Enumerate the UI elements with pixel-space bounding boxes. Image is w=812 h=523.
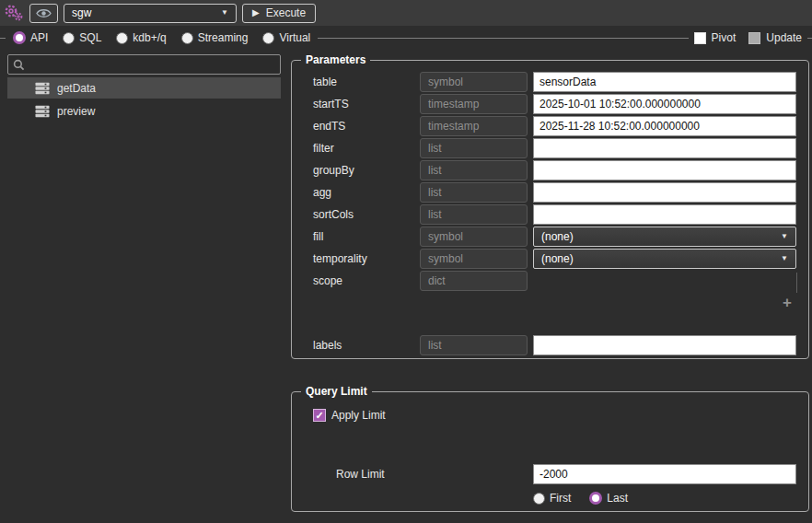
scope-grid-edge [796,273,797,293]
connection-select-value: sgw [72,6,221,19]
checkbox-icon [313,409,326,422]
param-select-temporality[interactable]: (none) ▼ [533,249,796,269]
param-select-fill[interactable]: (none) ▼ [533,227,796,247]
param-name: scope [313,274,420,287]
radio-icon [262,32,274,44]
query-mode-row: API SQL kdb+/q Streaming Virtual [0,26,812,50]
execute-button-label: Execute [266,6,306,19]
param-type-badge: dict [420,271,528,291]
connection-select[interactable]: sgw ▼ [64,4,237,23]
mode-checkbox-group: Pivot Update [689,26,807,50]
param-input-endts[interactable] [533,116,796,136]
apply-limit-label: Apply Limit [331,409,386,422]
param-row-agg: agg list [313,182,796,203]
param-row-filter: filter list [313,138,796,158]
mode-radio-virtual[interactable]: Virtual [262,31,310,44]
table-icon [35,105,50,118]
add-entry-button[interactable]: + [778,295,796,310]
param-type-badge: list [420,160,528,180]
param-name: fill [313,230,420,243]
update-checkbox-label: Update [766,31,802,44]
api-tree-item-preview[interactable]: preview [7,100,281,122]
preview-eye-button[interactable] [29,4,58,23]
param-name: table [313,76,420,88]
radio-icon [181,32,193,44]
search-input[interactable] [29,57,275,72]
param-select-value: (none) [541,230,781,243]
apply-limit-row: Apply Limit [313,409,808,422]
eye-icon [36,7,52,19]
parameters-groupbox: Parameters table symbol startTS timestam… [291,60,809,359]
toolbar: sgw ▼ ▶ Execute [0,0,812,26]
param-row-groupby: groupBy list [313,160,796,180]
mode-radio-kdbq[interactable]: kdb+/q [116,31,166,44]
pivot-checkbox[interactable]: Pivot [694,31,737,44]
param-input-agg[interactable] [533,182,796,203]
mode-radio-streaming-label: Streaming [198,31,249,44]
param-type-badge: symbol [420,249,528,269]
limit-order-first-radio[interactable]: First [533,492,571,505]
execute-button[interactable]: ▶ Execute [242,4,316,23]
param-type-badge: list [420,335,528,355]
param-select-value: (none) [541,252,781,265]
param-type-badge: list [420,138,528,158]
checkbox-icon [748,32,760,44]
radio-icon [533,493,545,505]
param-row-fill: fill symbol (none) ▼ [313,227,796,247]
tree-item-label: getData [57,82,96,95]
limit-order-first-label: First [550,492,571,505]
apply-limit-checkbox[interactable]: Apply Limit [313,409,386,422]
parameters-title: Parameters [301,53,370,66]
scope-add-row: + [304,293,796,311]
param-name: startTS [313,98,420,110]
query-limit-title: Query Limit [301,385,372,398]
chevron-down-icon: ▼ [781,255,788,262]
param-type-badge: list [420,182,528,203]
mode-radio-api-label: API [30,31,48,44]
param-row-sortcols: sortCols list [313,204,796,225]
param-name: sortCols [313,208,420,221]
radio-icon [13,31,26,44]
param-type-badge: symbol [420,72,528,92]
radio-icon [116,32,128,44]
param-input-groupby[interactable] [533,160,796,180]
param-type-badge: timestamp [420,94,528,114]
limit-order-row: First Last [533,491,796,506]
limit-order-last-radio[interactable]: Last [589,492,628,505]
param-row-endts: endTS timestamp [313,116,796,136]
mode-radio-kdbq-label: kdb+/q [133,31,166,44]
param-row-table: table symbol [313,72,796,92]
param-name: agg [313,186,420,199]
row-limit-input[interactable] [533,464,796,484]
row-limit-row: Row Limit [313,464,796,484]
table-icon [35,82,50,95]
mode-radio-sql[interactable]: SQL [63,31,101,44]
mode-radio-sql-label: SQL [79,31,101,44]
chevron-down-icon: ▼ [221,9,228,17]
api-search-box[interactable] [7,54,281,75]
param-input-startts[interactable] [533,94,796,114]
param-input-filter[interactable] [533,138,796,158]
param-input-table[interactable] [533,72,796,92]
radio-icon [589,492,602,505]
query-limit-groupbox: Query Limit Apply Limit Row Limit First … [291,391,809,512]
chevron-down-icon: ▼ [781,233,788,240]
limit-order-last-label: Last [607,492,628,505]
param-name: temporality [313,252,420,265]
param-input-sortcols[interactable] [533,204,796,225]
mode-radio-api[interactable]: API [13,31,48,44]
param-name: filter [313,142,420,155]
settings-gears-icon[interactable] [4,4,24,22]
mode-radio-group: API SQL kdb+/q Streaming Virtual [6,26,318,50]
param-type-badge: list [420,204,528,225]
param-name: labels [313,339,420,352]
param-input-labels[interactable] [533,335,796,355]
row-limit-label: Row Limit [313,468,533,481]
checkbox-icon [694,32,706,44]
api-tree-item-getdata[interactable]: getData [7,77,281,99]
search-icon [13,59,25,71]
update-checkbox: Update [748,31,802,44]
mode-radio-streaming[interactable]: Streaming [181,31,249,44]
param-row-temporality: temporality symbol (none) ▼ [313,249,796,269]
mode-radio-virtual-label: Virtual [279,31,310,44]
